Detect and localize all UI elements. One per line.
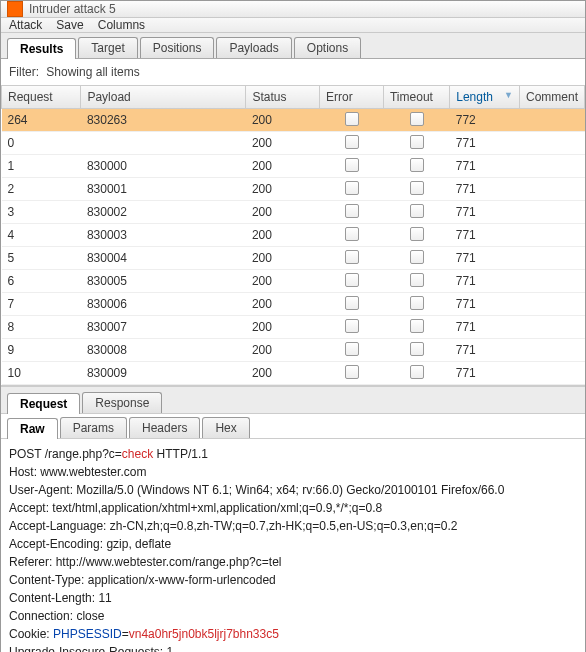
col-status[interactable]: Status <box>246 86 320 109</box>
error-checkbox <box>345 227 359 241</box>
timeout-checkbox <box>410 250 424 264</box>
table-row[interactable]: 9830008200771 <box>2 339 585 362</box>
cell-payload: 830002 <box>81 201 246 224</box>
filter-text: Showing all items <box>46 65 139 79</box>
menu-save[interactable]: Save <box>56 18 83 32</box>
app-icon <box>7 1 23 17</box>
tab-positions[interactable]: Positions <box>140 37 215 58</box>
cell-request: 1 <box>2 155 81 178</box>
error-checkbox <box>345 158 359 172</box>
menu-columns[interactable]: Columns <box>98 18 145 32</box>
cell-status: 200 <box>246 339 320 362</box>
timeout-checkbox <box>410 342 424 356</box>
header-cookie: Cookie: PHPSESSID=vn4a0hr5jn0bk5ljrj7bhn… <box>9 625 577 643</box>
error-checkbox <box>345 273 359 287</box>
timeout-checkbox <box>410 365 424 379</box>
table-row[interactable]: 8830007200771 <box>2 316 585 339</box>
table-row[interactable]: 0200771 <box>2 132 585 155</box>
timeout-checkbox <box>410 158 424 172</box>
error-checkbox <box>345 250 359 264</box>
tab-hex[interactable]: Hex <box>202 417 249 438</box>
cell-payload: 830009 <box>81 362 246 385</box>
table-row[interactable]: 4830003200771 <box>2 224 585 247</box>
cell-status: 200 <box>246 178 320 201</box>
tab-raw[interactable]: Raw <box>7 418 58 439</box>
table-row[interactable]: 1830000200771 <box>2 155 585 178</box>
table-row[interactable]: 6830005200771 <box>2 270 585 293</box>
cell-length: 771 <box>450 270 520 293</box>
cell-request: 4 <box>2 224 81 247</box>
cell-payload: 830007 <box>81 316 246 339</box>
col-length-label: Length <box>456 90 493 104</box>
cell-request: 2 <box>2 178 81 201</box>
filter-panel[interactable]: Filter: Showing all items <box>1 59 585 86</box>
cell-comment <box>519 224 584 247</box>
error-checkbox <box>345 204 359 218</box>
col-comment[interactable]: Comment <box>519 86 584 109</box>
cell-status: 200 <box>246 155 320 178</box>
header-accept-language: Accept-Language: zh-CN,zh;q=0.8,zh-TW;q=… <box>9 517 577 535</box>
error-checkbox <box>345 296 359 310</box>
col-request[interactable]: Request <box>2 86 81 109</box>
lower-pane: Request Response Raw Params Headers Hex … <box>1 386 585 652</box>
cell-length: 771 <box>450 247 520 270</box>
cell-payload <box>81 132 246 155</box>
timeout-checkbox <box>410 319 424 333</box>
tab-results[interactable]: Results <box>7 38 76 59</box>
error-checkbox <box>345 135 359 149</box>
raw-request-view[interactable]: POST /range.php?c=check HTTP/1.1 Host: w… <box>1 438 585 652</box>
cell-comment <box>519 201 584 224</box>
cell-comment <box>519 316 584 339</box>
table-row[interactable]: 264830263200772 <box>2 109 585 132</box>
cell-status: 200 <box>246 270 320 293</box>
col-error[interactable]: Error <box>320 86 384 109</box>
col-length[interactable]: Length▼ <box>450 86 520 109</box>
col-payload[interactable]: Payload <box>81 86 246 109</box>
cell-timeout <box>383 270 449 293</box>
cell-error <box>320 201 384 224</box>
cell-error <box>320 247 384 270</box>
table-row[interactable]: 3830002200771 <box>2 201 585 224</box>
table-row[interactable]: 7830006200771 <box>2 293 585 316</box>
cell-status: 200 <box>246 247 320 270</box>
cell-timeout <box>383 155 449 178</box>
cell-length: 771 <box>450 293 520 316</box>
header-referer: Referer: http://www.webtester.com/range.… <box>9 553 577 571</box>
menu-attack[interactable]: Attack <box>9 18 42 32</box>
cell-status: 200 <box>246 224 320 247</box>
tab-response[interactable]: Response <box>82 392 162 413</box>
cell-comment <box>519 339 584 362</box>
cell-comment <box>519 132 584 155</box>
cell-payload: 830000 <box>81 155 246 178</box>
header-host: Host: www.webtester.com <box>9 463 577 481</box>
title-bar[interactable]: Intruder attack 5 <box>1 1 585 18</box>
tab-params[interactable]: Params <box>60 417 127 438</box>
tab-payloads[interactable]: Payloads <box>216 37 291 58</box>
cell-error <box>320 316 384 339</box>
tab-options[interactable]: Options <box>294 37 361 58</box>
cell-request: 6 <box>2 270 81 293</box>
tab-target[interactable]: Target <box>78 37 137 58</box>
table-row[interactable]: 10830009200771 <box>2 362 585 385</box>
tab-request[interactable]: Request <box>7 393 80 414</box>
table-row[interactable]: 2830001200771 <box>2 178 585 201</box>
view-tab-bar: Raw Params Headers Hex <box>1 413 585 438</box>
cell-error <box>320 155 384 178</box>
tab-headers[interactable]: Headers <box>129 417 200 438</box>
header-content-type: Content-Type: application/x-www-form-url… <box>9 571 577 589</box>
col-timeout[interactable]: Timeout <box>383 86 449 109</box>
cell-comment <box>519 247 584 270</box>
cell-payload: 830006 <box>81 293 246 316</box>
table-row[interactable]: 5830004200771 <box>2 247 585 270</box>
reqresp-tab-bar: Request Response <box>1 387 585 413</box>
cell-error <box>320 109 384 132</box>
header-connection: Connection: close <box>9 607 577 625</box>
cell-length: 771 <box>450 339 520 362</box>
cell-request: 0 <box>2 132 81 155</box>
cell-status: 200 <box>246 201 320 224</box>
cell-comment <box>519 109 584 132</box>
cell-request: 5 <box>2 247 81 270</box>
error-checkbox <box>345 181 359 195</box>
intruder-window: Intruder attack 5 Attack Save Columns Re… <box>0 0 586 652</box>
cell-payload: 830003 <box>81 224 246 247</box>
